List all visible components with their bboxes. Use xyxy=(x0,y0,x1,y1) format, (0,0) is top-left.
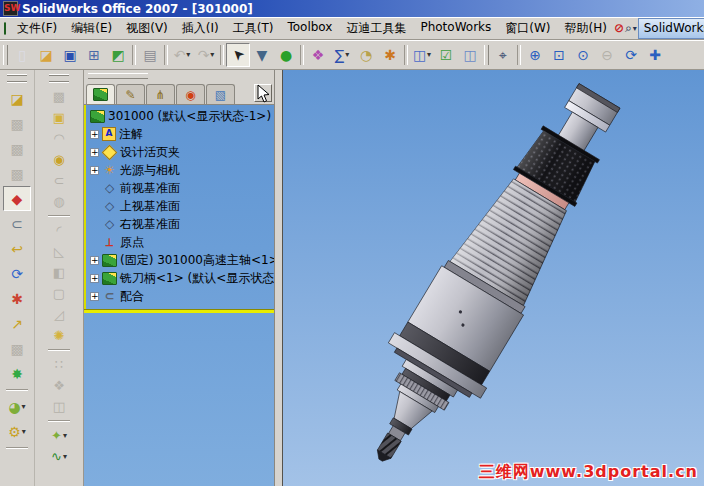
panel-splitter[interactable] xyxy=(274,70,283,486)
tree-item[interactable]: +(固定) 301000高速主轴<1> xyxy=(87,251,274,269)
undo-button[interactable]: ↶▾ xyxy=(170,43,194,67)
dropdown-arrow-icon[interactable]: ▾ xyxy=(22,402,26,411)
exploded-view-button[interactable]: ↗ xyxy=(3,311,31,336)
circular-pattern-button[interactable]: ❖ xyxy=(42,375,76,396)
graphics-viewport[interactable]: 三维网www.3dportal.cn xyxy=(283,70,704,486)
move-component-button[interactable]: ↩ xyxy=(3,236,31,261)
search-input[interactable]: SolidWorks 搜索 xyxy=(638,18,704,39)
lofted-boss-button[interactable]: ◍ xyxy=(42,191,76,212)
toolbar-grip[interactable] xyxy=(3,45,8,65)
tab-photoworks[interactable]: ◉ xyxy=(176,84,205,104)
dropdown-arrow-icon[interactable]: ▾ xyxy=(427,50,431,59)
new-document-button[interactable]: ▯ xyxy=(10,43,34,67)
tree-item[interactable]: ◇右视基准面 xyxy=(87,215,274,233)
tree-item[interactable]: ◇上视基准面 xyxy=(87,197,274,215)
hide-show-components-button[interactable]: ▩ xyxy=(3,136,31,161)
expand-toggle[interactable]: + xyxy=(90,256,99,265)
section-view-button[interactable]: ◫▾ xyxy=(410,43,434,67)
zoom-to-selection-button[interactable]: ⊖ xyxy=(595,43,619,67)
tree-item[interactable]: ◇前视基准面 xyxy=(87,179,274,197)
insert-component-button[interactable]: ◪ xyxy=(3,86,31,111)
fillet-button[interactable]: ◜ xyxy=(42,220,76,241)
panel-grip[interactable] xyxy=(88,73,148,79)
interference-detection-button[interactable]: ✸ xyxy=(3,361,31,386)
revolved-boss-button[interactable]: ◠ xyxy=(42,128,76,149)
menu-item[interactable]: Toolbox xyxy=(280,18,339,39)
expand-toggle[interactable]: + xyxy=(90,148,99,157)
view-orientation-button[interactable]: ⌖ xyxy=(491,43,515,67)
tree-item[interactable]: +设计活页夹 xyxy=(87,143,274,161)
extruded-boss-button[interactable]: ▩ xyxy=(42,86,76,107)
menu-item[interactable]: 工具(T) xyxy=(226,18,281,39)
spline-button[interactable]: ∿▾ xyxy=(42,446,76,467)
dropdown-arrow-icon[interactable]: ▾ xyxy=(22,427,26,436)
selection-filter-button[interactable]: ▼ xyxy=(250,43,274,67)
make-assembly-from-part-button[interactable]: ◩ xyxy=(106,43,130,67)
mass-properties-button[interactable]: ◔ xyxy=(354,43,378,67)
revolved-cut-button[interactable]: ◉ xyxy=(42,149,76,170)
rotate-view-button[interactable]: ⟳ xyxy=(619,43,643,67)
panel-overflow-button[interactable]: » xyxy=(254,84,272,102)
tree-item[interactable]: +⊂配合 xyxy=(87,287,274,305)
toolbar-grip[interactable] xyxy=(49,75,69,82)
dropdown-arrow-icon[interactable]: ▾ xyxy=(63,452,67,461)
rotate-component-button[interactable]: ⟳ xyxy=(3,261,31,286)
make-smart-component-button[interactable]: ▩ xyxy=(3,111,31,136)
zoom-in-out-button[interactable]: ⊕ xyxy=(523,43,547,67)
dropdown-arrow-icon[interactable]: ▾ xyxy=(63,431,67,440)
tree-item[interactable]: +A注解 xyxy=(87,125,274,143)
rollback-bar[interactable] xyxy=(84,309,274,313)
dropdown-arrow-icon[interactable]: ▾ xyxy=(345,50,349,59)
menu-item[interactable]: 帮助(H) xyxy=(558,18,614,39)
rebuild-button[interactable]: ● xyxy=(274,43,298,67)
dropdown-arrow-icon[interactable]: ▾ xyxy=(186,50,190,59)
print-button[interactable]: ▤ xyxy=(138,43,162,67)
dropdown-arrow-icon[interactable]: ▾ xyxy=(210,50,214,59)
split-window-button[interactable]: ◫ xyxy=(458,43,482,67)
menu-item[interactable]: 文件(F) xyxy=(10,18,64,39)
mate-button[interactable]: ⊂ xyxy=(3,211,31,236)
make-drawing-from-assembly-button[interactable]: ⊞ xyxy=(82,43,106,67)
open-document-button[interactable]: ◪ xyxy=(34,43,58,67)
edit-color-button[interactable]: ❖ xyxy=(306,43,330,67)
design-checker-button[interactable]: ☑ xyxy=(434,43,458,67)
curves-button[interactable]: ✦▾ xyxy=(42,425,76,446)
tab-configurationmanager[interactable]: ⋔ xyxy=(146,84,175,104)
menu-item[interactable]: 视图(V) xyxy=(119,18,175,39)
measure-button[interactable]: ∑▾ xyxy=(330,43,354,67)
draft-button[interactable]: ◿ xyxy=(42,304,76,325)
explode-line-sketch-button[interactable]: ▩ xyxy=(3,336,31,361)
mirror-button[interactable]: ◫ xyxy=(42,396,76,417)
zoom-to-fit-button[interactable]: ⊙ xyxy=(571,43,595,67)
featuremanager-tree[interactable]: 301000 (默认<显示状态-1>)+A注解+设计活页夹+☀光源与相机◇前视基… xyxy=(84,104,274,486)
expand-toggle[interactable]: + xyxy=(90,274,99,283)
tab-featuremanager[interactable] xyxy=(86,84,115,104)
menu-item[interactable]: 插入(I) xyxy=(175,18,226,39)
shell-button[interactable]: ▢ xyxy=(42,283,76,304)
assembly-features-button[interactable]: ◕▾ xyxy=(3,394,31,419)
expand-toggle[interactable]: + xyxy=(90,130,99,139)
tree-item[interactable]: +铣刀柄<1> (默认<显示状态 xyxy=(87,269,274,287)
extruded-cut-button[interactable]: ▣ xyxy=(42,107,76,128)
appearance-button[interactable]: ✱ xyxy=(378,43,402,67)
swept-boss-button[interactable]: ⊂ xyxy=(42,170,76,191)
title-bar[interactable]: SW SolidWorks Office 2007 - [301000] xyxy=(0,0,704,17)
chamfer-button[interactable]: ◺ xyxy=(42,241,76,262)
menu-item[interactable]: PhotoWorks xyxy=(413,18,498,39)
expand-toggle[interactable]: + xyxy=(90,166,99,175)
search-dropdown-icon[interactable]: ▾ xyxy=(633,24,637,33)
smart-fasteners-button[interactable]: ✱ xyxy=(3,286,31,311)
redo-button[interactable]: ↷▾ xyxy=(194,43,218,67)
pan-button[interactable]: ✚ xyxy=(643,43,667,67)
menu-item[interactable]: 迈迪工具集 xyxy=(339,18,413,39)
save-button[interactable]: ▣ xyxy=(58,43,82,67)
solidworks-search[interactable]: ⊘ ⌕ ▾ SolidWorks 搜索 xyxy=(614,18,704,39)
menu-item[interactable]: 编辑(E) xyxy=(64,18,119,39)
select-button[interactable]: ➤ xyxy=(226,43,250,67)
tab-propertymanager[interactable]: ✎ xyxy=(116,84,145,104)
change-suppression-state-button[interactable]: ▩ xyxy=(3,161,31,186)
model-3d-spindle-assembly[interactable] xyxy=(283,70,704,486)
rib-button[interactable]: ◧ xyxy=(42,262,76,283)
zoom-to-area-button[interactable]: ⊡ xyxy=(547,43,571,67)
expand-toggle[interactable]: + xyxy=(90,292,99,301)
